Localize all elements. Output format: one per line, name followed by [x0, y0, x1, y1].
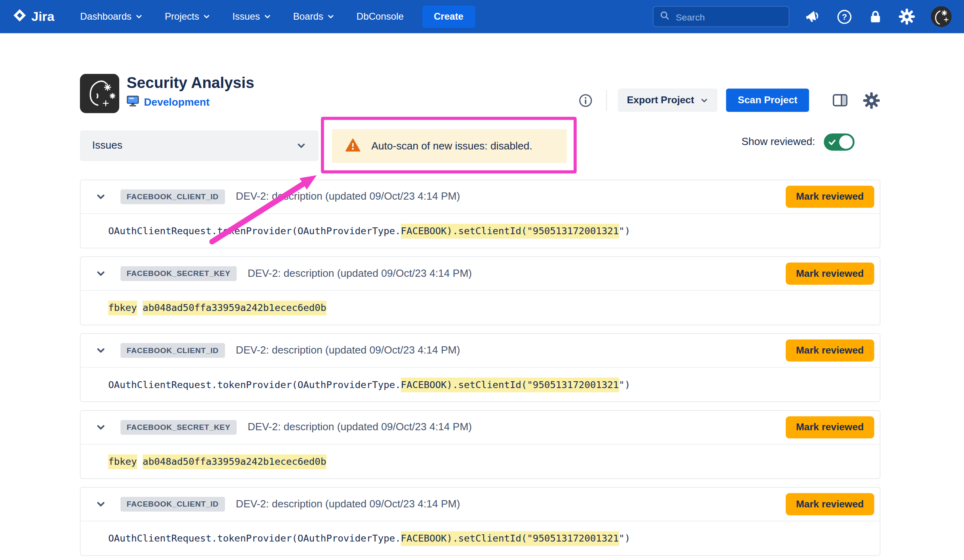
chevron-down-icon [135, 13, 143, 20]
issue-type-badge: FACEBOOK_CLIENT_ID [120, 343, 225, 358]
issue-card-body: fbkey ab048ad50ffa33959a242b1ecec6ed0b [81, 445, 880, 478]
page-title: Security Analysis [127, 73, 254, 92]
issue-title: DEV-2: description (updated 09/Oct/23 4:… [236, 190, 460, 203]
code-highlight: ab048ad50ffa33959a242b1ecec6ed0b [143, 300, 326, 315]
nav-item-projects[interactable]: Projects [165, 11, 210, 22]
issue-title: DEV-2: description (updated 09/Oct/23 4:… [247, 268, 472, 280]
code-highlight: ab048ad50ffa33959a242b1ecec6ed0b [143, 454, 326, 469]
code-text: ") [619, 379, 631, 390]
chevron-down-icon[interactable] [96, 192, 106, 202]
issue-card-header: FACEBOOK_CLIENT_ID DEV-2: description (u… [81, 334, 880, 368]
chevron-down-icon[interactable] [96, 269, 106, 278]
create-button[interactable]: Create [422, 6, 475, 28]
issue-type-badge: FACEBOOK_CLIENT_ID [120, 189, 225, 204]
info-icon[interactable] [578, 93, 592, 107]
announcement-icon[interactable] [805, 8, 821, 25]
issue-card-body: fbkey ab048ad50ffa33959a242b1ecec6ed0b [81, 291, 880, 325]
jira-logo-icon [12, 8, 27, 25]
issue-code-snippet: OAuthClientRequest.tokenProvider(OAuthPr… [108, 225, 630, 237]
search-input[interactable] [674, 11, 782, 22]
issue-card-body: OAuthClientRequest.tokenProvider(OAuthPr… [81, 214, 880, 248]
code-highlight: FACEBOOK).setClientId("950513172001321 [401, 531, 619, 546]
show-reviewed-label: Show reviewed: [741, 136, 815, 148]
issue-card: FACEBOOK_SECRET_KEY DEV-2: description (… [80, 410, 880, 479]
settings-gear-icon[interactable] [898, 8, 915, 25]
issue-title: DEV-2: description (updated 09/Oct/23 4:… [236, 344, 460, 357]
warning-message: Auto-scan of new issues: disabled. [371, 140, 532, 152]
code-text: ") [619, 533, 631, 544]
code-text: OAuthClientRequest.tokenProvider(OAuthPr… [108, 379, 400, 390]
search-icon [660, 10, 669, 23]
top-navigation: Jira Dashboards Projects Issues Boards D… [0, 0, 964, 33]
code-highlight: fbkey [108, 454, 137, 469]
code-text [137, 456, 143, 467]
issue-card-body: OAuthClientRequest.tokenProvider(OAuthPr… [81, 521, 880, 555]
page: Jira Dashboards Projects Issues Boards D… [0, 0, 964, 560]
project-category-icon [127, 95, 139, 109]
nav-item-boards[interactable]: Boards [293, 11, 335, 22]
mark-reviewed-button[interactable]: Mark reviewed [786, 493, 874, 515]
details-panel-icon[interactable] [832, 94, 848, 107]
check-icon [828, 138, 836, 146]
nav-item-dbconsole[interactable]: DbConsole [357, 11, 404, 22]
issue-card-header: FACEBOOK_CLIENT_ID DEV-2: description (u… [81, 488, 880, 521]
issue-card-header: FACEBOOK_CLIENT_ID DEV-2: description (u… [81, 180, 880, 214]
project-link-development[interactable]: Development [144, 96, 209, 109]
issues-filter-select[interactable]: Issues [80, 130, 319, 161]
project-avatar [80, 74, 119, 113]
issue-title: DEV-2: description (updated 09/Oct/23 4:… [236, 498, 460, 511]
chevron-down-icon[interactable] [96, 345, 106, 355]
header-actions: Export Project Scan Project [578, 88, 880, 112]
show-reviewed-toggle[interactable] [824, 133, 855, 151]
help-icon[interactable]: ? [836, 8, 853, 25]
issue-code-snippet: fbkey ab048ad50ffa33959a242b1ecec6ed0b [108, 302, 326, 313]
issue-code-snippet: fbkey ab048ad50ffa33959a242b1ecec6ed0b [108, 456, 326, 467]
issue-type-badge: FACEBOOK_SECRET_KEY [120, 266, 237, 281]
chevron-down-icon [203, 13, 210, 20]
code-text: OAuthClientRequest.tokenProvider(OAuthPr… [108, 225, 400, 237]
mark-reviewed-button[interactable]: Mark reviewed [786, 339, 874, 362]
user-avatar[interactable] [931, 6, 952, 27]
issues-filter-value: Issues [92, 139, 123, 152]
mark-reviewed-button[interactable]: Mark reviewed [786, 416, 874, 438]
issue-title: DEV-2: description (updated 09/Oct/23 4:… [247, 421, 472, 433]
main-content: Security Analysis Development Export Pro… [80, 33, 880, 560]
toolbar: Issues Auto-scan of new issues: disabled… [80, 130, 880, 164]
export-project-button[interactable]: Export Project [618, 88, 718, 112]
issue-list: FACEBOOK_CLIENT_ID DEV-2: description (u… [80, 180, 880, 560]
nav-item-dashboards[interactable]: Dashboards [80, 11, 143, 22]
chevron-down-icon[interactable] [96, 499, 106, 509]
issue-type-badge: FACEBOOK_CLIENT_ID [120, 497, 225, 512]
chevron-down-icon[interactable] [96, 423, 106, 432]
project-settings-gear-icon[interactable] [862, 91, 880, 109]
global-search[interactable] [653, 6, 789, 27]
nav-item-issues[interactable]: Issues [232, 11, 271, 22]
nav-right-cluster: ? [653, 6, 952, 27]
issue-type-badge: FACEBOOK_SECRET_KEY [120, 420, 237, 435]
nav-menu: Dashboards Projects Issues Boards DbCons… [80, 11, 404, 22]
project-row: Development [127, 95, 254, 109]
page-header: Security Analysis Development Export Pro… [80, 74, 880, 118]
issue-card: FACEBOOK_CLIENT_ID DEV-2: description (u… [80, 487, 880, 556]
issue-card: FACEBOOK_CLIENT_ID DEV-2: description (u… [80, 180, 880, 248]
lock-icon[interactable] [868, 9, 883, 24]
issue-code-snippet: OAuthClientRequest.tokenProvider(OAuthPr… [108, 379, 630, 390]
mark-reviewed-button[interactable]: Mark reviewed [786, 186, 874, 208]
auto-scan-warning-banner: Auto-scan of new issues: disabled. [332, 129, 567, 163]
code-text: ") [619, 225, 631, 237]
chevron-down-icon [296, 141, 306, 151]
code-highlight: FACEBOOK).setClientId("950513172001321 [401, 223, 619, 238]
jira-logo-text: Jira [31, 9, 54, 24]
warning-icon [345, 138, 360, 154]
issue-card: FACEBOOK_SECRET_KEY DEV-2: description (… [80, 256, 880, 325]
show-reviewed-control: Show reviewed: [741, 133, 855, 151]
issue-card-body: OAuthClientRequest.tokenProvider(OAuthPr… [81, 368, 880, 401]
divider [606, 90, 607, 110]
issue-card-header: FACEBOOK_SECRET_KEY DEV-2: description (… [81, 257, 880, 291]
issue-card: FACEBOOK_CLIENT_ID DEV-2: description (u… [80, 333, 880, 402]
code-text: OAuthClientRequest.tokenProvider(OAuthPr… [108, 533, 400, 544]
mark-reviewed-button[interactable]: Mark reviewed [786, 263, 874, 285]
title-block: Security Analysis Development [127, 73, 254, 110]
scan-project-button[interactable]: Scan Project [726, 88, 809, 112]
jira-logo[interactable]: Jira [12, 8, 55, 25]
